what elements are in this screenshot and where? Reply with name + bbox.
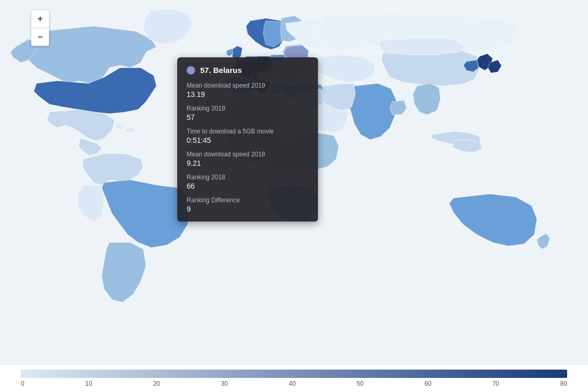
tooltip-value-1: 57 xyxy=(187,113,309,121)
tooltip-value-2: 0:51:45 xyxy=(187,136,309,144)
legend-label-6: 60 xyxy=(424,380,431,387)
legend-bar xyxy=(21,370,567,378)
tooltip-row-3: Mean download speed 2018 9.21 xyxy=(187,151,309,167)
tooltip-label-0: Mean download speed 2019 xyxy=(187,82,309,89)
legend-labels: 0 10 20 30 40 50 60 70 80 xyxy=(21,380,567,387)
zoom-controls: + − xyxy=(31,10,49,46)
tooltip-dot xyxy=(187,66,195,75)
legend-label-7: 70 xyxy=(492,380,499,387)
legend-label-3: 30 xyxy=(221,380,228,387)
tooltip-label-1: Ranking 2019 xyxy=(187,105,309,112)
legend-label-8: 80 xyxy=(560,380,567,387)
tooltip-value-4: 66 xyxy=(187,182,309,190)
tooltip-row-1: Ranking 2019 57 xyxy=(187,105,309,121)
tooltip-value-3: 9.21 xyxy=(187,159,309,167)
legend-label-1: 10 xyxy=(85,380,92,387)
legend-label-5: 50 xyxy=(357,380,363,387)
map-container[interactable]: + − 57. Belarus Mean download speed 2019… xyxy=(0,0,588,365)
legend-label-4: 40 xyxy=(289,380,296,387)
tooltip-row-0: Mean download speed 2019 13.19 xyxy=(187,82,309,99)
tooltip-label-3: Mean download speed 2018 xyxy=(187,151,309,158)
legend-bar-wrap: 0 10 20 30 40 50 60 70 80 xyxy=(21,370,567,387)
legend-label-0: 0 xyxy=(21,380,24,387)
tooltip: 57. Belarus Mean download speed 2019 13.… xyxy=(177,57,318,222)
tooltip-label-4: Ranking 2018 xyxy=(187,174,309,181)
legend-container: 0 10 20 30 40 50 60 70 80 xyxy=(0,365,588,392)
tooltip-row-4: Ranking 2018 66 xyxy=(187,174,309,190)
tooltip-value-5: 9 xyxy=(187,205,309,213)
tooltip-value-0: 13.19 xyxy=(187,90,309,99)
tooltip-row-5: Ranking Difference 9 xyxy=(187,197,309,213)
zoom-out-button[interactable]: − xyxy=(31,28,49,46)
tooltip-row-2: Time to download a 5GB movie 0:51:45 xyxy=(187,128,309,144)
tooltip-label-5: Ranking Difference xyxy=(187,197,309,204)
tooltip-title: 57. Belarus xyxy=(200,66,242,75)
tooltip-header: 57. Belarus xyxy=(187,66,309,75)
legend-label-2: 20 xyxy=(153,380,160,387)
tooltip-label-2: Time to download a 5GB movie xyxy=(187,128,309,135)
zoom-in-button[interactable]: + xyxy=(31,10,49,28)
